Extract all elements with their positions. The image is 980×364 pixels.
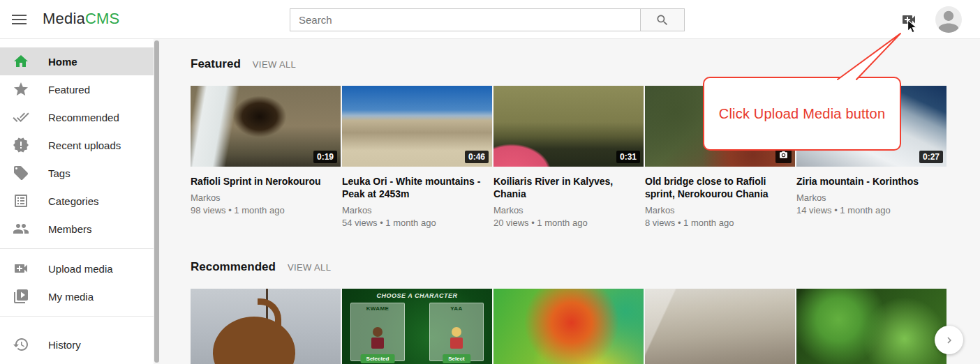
duration-badge: 0:46 — [465, 151, 489, 163]
media-card: 0:31 Koiliaris River in Kalyves, Chania … — [493, 86, 644, 228]
featured-section-header: Featured VIEW ALL — [191, 57, 980, 71]
sidebar: Home Featured Recommended Recent uploads… — [0, 39, 154, 364]
media-card — [645, 289, 795, 364]
sidebar-divider — [0, 248, 154, 249]
home-icon — [13, 53, 29, 70]
media-author[interactable]: Markos — [796, 192, 946, 203]
media-meta: 8 views • 1 month ago — [645, 218, 795, 228]
photo-badge — [775, 149, 792, 163]
media-title[interactable]: Leuka Ori - White mountains - Peak at 24… — [342, 175, 492, 200]
sidebar-item-members[interactable]: Members — [0, 215, 154, 243]
video-call-icon — [13, 260, 29, 277]
sidebar-item-home[interactable]: Home — [0, 47, 154, 75]
selected-button: Selected — [361, 354, 395, 363]
media-meta: 98 views • 1 month ago — [191, 205, 341, 215]
app-logo[interactable]: MediaCMS — [43, 10, 119, 28]
tutorial-callout: Click Upload Media button — [703, 77, 901, 151]
sidebar-item-my-media[interactable]: My media — [0, 282, 154, 310]
character-panel-right: YAA Select — [429, 303, 484, 361]
media-title[interactable]: Rafioli Sprint in Nerokourou — [191, 175, 341, 188]
media-author[interactable]: Markos — [493, 205, 644, 215]
select-button: Select — [443, 354, 470, 363]
sidebar-item-recommended[interactable]: Recommended — [0, 103, 154, 131]
sidebar-item-featured[interactable]: Featured — [0, 75, 154, 103]
done-all-icon — [13, 109, 29, 126]
search-button[interactable] — [640, 8, 685, 31]
categories-icon — [13, 192, 29, 209]
video-thumbnail[interactable]: CHOOSE A CHARACTER KWAME Selected YAA Se… — [342, 289, 492, 364]
sidebar-item-label: Upload media — [48, 263, 113, 275]
sidebar-item-upload-media[interactable]: Upload media — [0, 255, 154, 282]
camera-icon — [779, 151, 788, 160]
view-all-link[interactable]: VIEW ALL — [253, 59, 296, 70]
character-sprite — [450, 327, 463, 349]
sidebar-scrollbar-track — [154, 39, 160, 364]
media-card — [493, 289, 644, 364]
character-name: YAA — [430, 305, 483, 312]
pumpkin-illustration — [213, 317, 295, 364]
user-avatar[interactable] — [935, 6, 962, 33]
character-sprite — [371, 327, 385, 349]
upload-media-button[interactable] — [899, 11, 919, 28]
sidebar-divider — [0, 316, 154, 317]
media-author[interactable]: Markos — [342, 205, 492, 215]
recommended-cards-row: CHOOSE A CHARACTER KWAME Selected YAA Se… — [191, 289, 980, 364]
video-thumbnail[interactable]: 0:19 — [191, 86, 341, 167]
section-title: Recommended — [191, 260, 276, 274]
character-panel-left: KWAME Selected — [350, 303, 405, 361]
media-author[interactable]: Markos — [191, 192, 341, 203]
video-thumbnail[interactable] — [645, 289, 795, 364]
search-input[interactable] — [290, 8, 640, 31]
sidebar-item-history[interactable]: History — [0, 331, 154, 358]
media-card: 0:19 Rafioli Sprint in Nerokourou Markos… — [191, 86, 341, 228]
video-thumbnail[interactable] — [191, 289, 341, 364]
sidebar-item-tags[interactable]: Tags — [0, 159, 154, 187]
video-thumbnail[interactable]: 0:31 — [493, 86, 644, 167]
sidebar-item-label: My media — [48, 291, 94, 303]
video-thumbnail[interactable] — [796, 289, 946, 364]
video-thumbnail[interactable]: 0:46 — [342, 86, 492, 167]
duration-badge: 0:27 — [919, 151, 943, 163]
logo-media-text: Media — [43, 10, 85, 27]
mediacms-page: MediaCMS Home Featured Recommended — [0, 0, 980, 364]
character-name: KWAME — [351, 305, 404, 312]
top-bar: MediaCMS — [0, 0, 980, 39]
video-call-icon — [900, 11, 917, 28]
sidebar-item-categories[interactable]: Categories — [0, 187, 154, 215]
video-thumbnail[interactable] — [493, 289, 644, 364]
media-author[interactable]: Markos — [645, 205, 795, 215]
search-bar — [290, 8, 685, 31]
media-meta: 20 views • 1 month ago — [493, 218, 644, 228]
sidebar-item-label: Categories — [48, 195, 99, 207]
recommended-section-header: Recommended VIEW ALL — [191, 260, 980, 274]
star-icon — [13, 81, 29, 98]
new-releases-icon — [13, 137, 29, 153]
sidebar-item-label: Recommended — [48, 112, 119, 123]
carousel-next-button[interactable] — [935, 326, 963, 354]
search-icon — [655, 13, 669, 27]
media-title[interactable]: Old bridge close to Rafioli sprint, Nero… — [645, 175, 795, 200]
person-icon — [935, 6, 962, 33]
sidebar-item-label: Recent uploads — [48, 139, 121, 151]
sidebar-scrollbar-thumb[interactable] — [154, 40, 159, 363]
duration-badge: 0:19 — [313, 151, 337, 163]
view-all-link[interactable]: VIEW ALL — [288, 262, 331, 273]
media-card: CHOOSE A CHARACTER KWAME Selected YAA Se… — [342, 289, 492, 364]
callout-text: Click Upload Media button — [719, 106, 885, 122]
media-card — [796, 289, 946, 364]
members-icon — [13, 220, 29, 237]
hamburger-menu-icon[interactable] — [11, 12, 28, 27]
sidebar-item-recent-uploads[interactable]: Recent uploads — [0, 131, 154, 159]
sidebar-item-label: Tags — [48, 167, 70, 179]
sidebar-item-label: Members — [48, 223, 92, 235]
media-card: 0:46 Leuka Ori - White mountains - Peak … — [342, 86, 492, 228]
sidebar-item-label: Featured — [48, 84, 90, 96]
pumpkin-stem — [258, 298, 281, 326]
media-title[interactable]: Koiliaris River in Kalyves, Chania — [493, 175, 644, 200]
logo-cms-text: CMS — [85, 10, 120, 27]
media-meta: 14 views • 1 month ago — [796, 205, 946, 215]
media-title[interactable]: Ziria mountain - Korinthos — [796, 175, 946, 188]
history-icon — [13, 336, 29, 353]
video-library-icon — [13, 288, 29, 305]
chevron-right-icon — [943, 334, 956, 347]
